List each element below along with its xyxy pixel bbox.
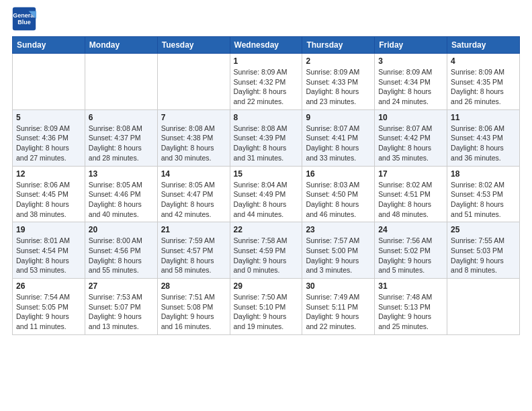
day-number: 1 [234, 56, 299, 66]
day-info: Sunrise: 8:09 AM Sunset: 4:36 PM Dayligh… [16, 124, 81, 163]
week-row-1: 1Sunrise: 8:09 AM Sunset: 4:32 PM Daylig… [13, 54, 520, 110]
day-number: 30 [306, 281, 371, 291]
day-cell: 27Sunrise: 7:53 AM Sunset: 5:07 PM Dayli… [85, 279, 157, 335]
week-row-4: 19Sunrise: 8:01 AM Sunset: 4:54 PM Dayli… [13, 222, 520, 279]
day-info: Sunrise: 8:04 AM Sunset: 4:49 PM Dayligh… [234, 180, 299, 220]
day-number: 5 [16, 113, 81, 122]
day-cell: 15Sunrise: 8:04 AM Sunset: 4:49 PM Dayli… [230, 166, 302, 222]
day-cell: 21Sunrise: 7:59 AM Sunset: 4:57 PM Dayli… [157, 222, 230, 279]
day-cell: 29Sunrise: 7:50 AM Sunset: 5:10 PM Dayli… [230, 279, 302, 335]
day-cell: 3Sunrise: 8:09 AM Sunset: 4:34 PM Daylig… [375, 54, 447, 110]
day-cell: 11Sunrise: 8:06 AM Sunset: 4:43 PM Dayli… [447, 109, 520, 166]
day-info: Sunrise: 8:08 AM Sunset: 4:39 PM Dayligh… [234, 124, 299, 163]
day-number: 22 [234, 225, 299, 234]
day-cell: 31Sunrise: 7:48 AM Sunset: 5:13 PM Dayli… [375, 279, 447, 335]
logo: General Blue [12, 7, 36, 31]
day-info: Sunrise: 8:07 AM Sunset: 4:41 PM Dayligh… [306, 124, 371, 163]
svg-text:Blue: Blue [17, 19, 31, 26]
day-number: 24 [378, 225, 443, 234]
weekday-monday: Monday [85, 37, 157, 54]
day-cell [447, 279, 520, 335]
day-info: Sunrise: 8:02 AM Sunset: 4:53 PM Dayligh… [451, 180, 516, 220]
day-number: 2 [306, 56, 371, 66]
day-info: Sunrise: 8:07 AM Sunset: 4:42 PM Dayligh… [378, 124, 443, 163]
day-cell [157, 54, 230, 110]
day-info: Sunrise: 7:56 AM Sunset: 5:02 PM Dayligh… [378, 236, 443, 275]
day-cell: 10Sunrise: 8:07 AM Sunset: 4:42 PM Dayli… [375, 109, 447, 166]
calendar: SundayMondayTuesdayWednesdayThursdayFrid… [12, 36, 520, 335]
day-cell: 24Sunrise: 7:56 AM Sunset: 5:02 PM Dayli… [375, 222, 447, 279]
day-info: Sunrise: 8:08 AM Sunset: 4:37 PM Dayligh… [89, 124, 154, 163]
day-info: Sunrise: 7:51 AM Sunset: 5:08 PM Dayligh… [161, 292, 226, 332]
week-row-2: 5Sunrise: 8:09 AM Sunset: 4:36 PM Daylig… [13, 109, 520, 166]
day-cell: 18Sunrise: 8:02 AM Sunset: 4:53 PM Dayli… [447, 166, 520, 222]
day-cell: 30Sunrise: 7:49 AM Sunset: 5:11 PM Dayli… [302, 279, 375, 335]
day-number: 26 [16, 281, 81, 291]
day-cell: 5Sunrise: 8:09 AM Sunset: 4:36 PM Daylig… [13, 109, 85, 166]
day-info: Sunrise: 8:06 AM Sunset: 4:43 PM Dayligh… [451, 124, 516, 163]
day-cell: 20Sunrise: 8:00 AM Sunset: 4:56 PM Dayli… [85, 222, 157, 279]
day-cell: 1Sunrise: 8:09 AM Sunset: 4:32 PM Daylig… [230, 54, 302, 110]
day-number: 23 [306, 225, 371, 234]
day-info: Sunrise: 8:01 AM Sunset: 4:54 PM Dayligh… [16, 236, 81, 275]
day-info: Sunrise: 7:55 AM Sunset: 5:03 PM Dayligh… [451, 236, 516, 275]
weekday-sunday: Sunday [13, 37, 85, 54]
day-info: Sunrise: 8:00 AM Sunset: 4:56 PM Dayligh… [89, 236, 154, 275]
day-number: 10 [378, 113, 443, 122]
day-cell: 17Sunrise: 8:02 AM Sunset: 4:51 PM Dayli… [375, 166, 447, 222]
day-number: 3 [378, 56, 443, 66]
weekday-header-row: SundayMondayTuesdayWednesdayThursdayFrid… [13, 37, 520, 54]
day-number: 28 [161, 281, 226, 291]
day-number: 13 [89, 169, 154, 179]
day-number: 19 [16, 225, 81, 234]
day-info: Sunrise: 8:06 AM Sunset: 4:45 PM Dayligh… [16, 180, 81, 220]
day-cell: 14Sunrise: 8:05 AM Sunset: 4:47 PM Dayli… [157, 166, 230, 222]
day-number: 9 [306, 113, 371, 122]
day-info: Sunrise: 8:05 AM Sunset: 4:47 PM Dayligh… [161, 180, 226, 220]
day-cell: 25Sunrise: 7:55 AM Sunset: 5:03 PM Dayli… [447, 222, 520, 279]
day-number: 25 [451, 225, 516, 234]
day-info: Sunrise: 8:09 AM Sunset: 4:34 PM Dayligh… [378, 67, 443, 107]
day-info: Sunrise: 8:03 AM Sunset: 4:50 PM Dayligh… [306, 180, 371, 220]
day-info: Sunrise: 7:58 AM Sunset: 4:59 PM Dayligh… [234, 236, 299, 275]
day-number: 16 [306, 169, 371, 179]
day-number: 8 [234, 113, 299, 122]
page: General Blue SundayMondayTuesdayWednesda… [0, 0, 532, 411]
day-cell: 2Sunrise: 8:09 AM Sunset: 4:33 PM Daylig… [302, 54, 375, 110]
day-info: Sunrise: 7:59 AM Sunset: 4:57 PM Dayligh… [161, 236, 226, 275]
day-cell: 26Sunrise: 7:54 AM Sunset: 5:05 PM Dayli… [13, 279, 85, 335]
day-info: Sunrise: 7:54 AM Sunset: 5:05 PM Dayligh… [16, 292, 81, 332]
day-number: 27 [89, 281, 154, 291]
day-number: 21 [161, 225, 226, 234]
day-info: Sunrise: 8:05 AM Sunset: 4:46 PM Dayligh… [89, 180, 154, 220]
day-info: Sunrise: 8:08 AM Sunset: 4:38 PM Dayligh… [161, 124, 226, 163]
logo-icon: General Blue [12, 7, 36, 31]
day-number: 12 [16, 169, 81, 179]
day-number: 17 [378, 169, 443, 179]
day-cell [85, 54, 157, 110]
weekday-thursday: Thursday [302, 37, 375, 54]
day-number: 31 [378, 281, 443, 291]
day-info: Sunrise: 7:57 AM Sunset: 5:00 PM Dayligh… [306, 236, 371, 275]
day-cell: 22Sunrise: 7:58 AM Sunset: 4:59 PM Dayli… [230, 222, 302, 279]
day-cell: 12Sunrise: 8:06 AM Sunset: 4:45 PM Dayli… [13, 166, 85, 222]
weekday-tuesday: Tuesday [157, 37, 230, 54]
day-number: 7 [161, 113, 226, 122]
day-info: Sunrise: 8:09 AM Sunset: 4:33 PM Dayligh… [306, 67, 371, 107]
day-cell: 8Sunrise: 8:08 AM Sunset: 4:39 PM Daylig… [230, 109, 302, 166]
day-cell: 6Sunrise: 8:08 AM Sunset: 4:37 PM Daylig… [85, 109, 157, 166]
header: General Blue [12, 7, 520, 31]
weekday-friday: Friday [375, 37, 447, 54]
day-number: 20 [89, 225, 154, 234]
day-cell: 28Sunrise: 7:51 AM Sunset: 5:08 PM Dayli… [157, 279, 230, 335]
day-cell: 7Sunrise: 8:08 AM Sunset: 4:38 PM Daylig… [157, 109, 230, 166]
day-cell: 19Sunrise: 8:01 AM Sunset: 4:54 PM Dayli… [13, 222, 85, 279]
day-number: 18 [451, 169, 516, 179]
day-number: 14 [161, 169, 226, 179]
day-cell: 9Sunrise: 8:07 AM Sunset: 4:41 PM Daylig… [302, 109, 375, 166]
weekday-wednesday: Wednesday [230, 37, 302, 54]
day-number: 29 [234, 281, 299, 291]
day-info: Sunrise: 7:53 AM Sunset: 5:07 PM Dayligh… [89, 292, 154, 332]
day-number: 6 [89, 113, 154, 122]
week-row-5: 26Sunrise: 7:54 AM Sunset: 5:05 PM Dayli… [13, 279, 520, 335]
